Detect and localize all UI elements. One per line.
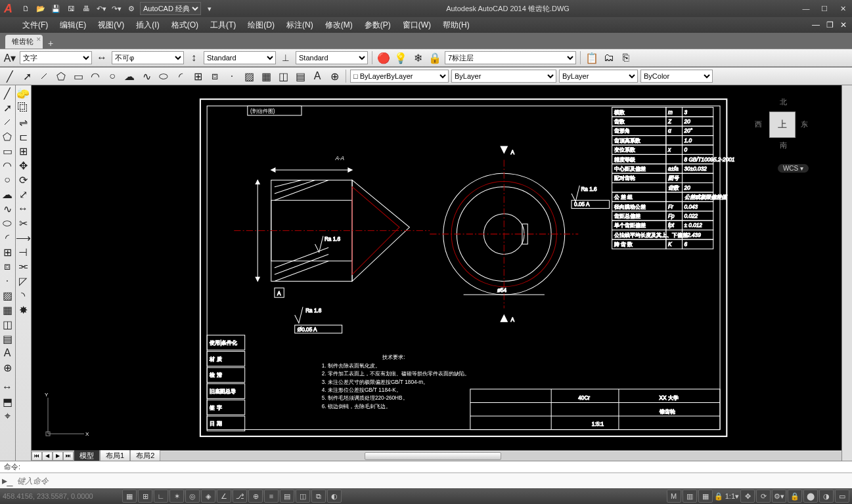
make-block-icon[interactable]: ⧈ xyxy=(208,69,222,83)
viewcube-top[interactable]: 上 xyxy=(769,112,796,138)
menu-dimension[interactable]: 标注(N) xyxy=(286,20,313,31)
grid-toggle-icon[interactable]: ⊞ xyxy=(138,490,152,503)
erase-icon[interactable]: 🧽 xyxy=(16,87,30,100)
quickview-layouts-icon[interactable]: ▥ xyxy=(683,490,697,503)
mirror-icon[interactable]: ⇌ xyxy=(16,116,30,129)
viewcube-east[interactable]: 东 xyxy=(801,119,808,129)
menu-file[interactable]: 文件(F) xyxy=(22,20,48,31)
layer-state-icon[interactable]: 🔴 xyxy=(376,51,391,65)
minimize-button[interactable]: — xyxy=(797,1,815,16)
pline-icon[interactable]: ⟋ xyxy=(37,69,51,83)
ws-switch-icon[interactable]: ⚙▾ xyxy=(772,490,786,503)
xline-icon[interactable]: ➚ xyxy=(20,69,34,83)
print-icon[interactable]: 🖶 xyxy=(79,2,93,15)
polar-toggle-icon[interactable]: ✶ xyxy=(169,490,184,503)
redo-icon[interactable]: ↷▾ xyxy=(110,2,123,15)
menu-draw[interactable]: 绘图(D) xyxy=(248,20,275,31)
viewcube[interactable]: 北 南 东 西 上 xyxy=(750,92,815,158)
dimstyle-icon[interactable]: ↔ xyxy=(95,51,109,65)
mdi-restore-icon[interactable]: ❐ xyxy=(824,20,836,30)
dimslash-select[interactable]: 不可φ xyxy=(112,51,184,64)
wcs-dropdown[interactable]: WCS ▾ xyxy=(778,164,809,173)
polygon-icon[interactable]: ⬠ xyxy=(54,69,68,83)
addsel-icon[interactable]: ⊕ xyxy=(327,69,342,83)
xline-tool-icon[interactable]: ➚ xyxy=(0,101,14,114)
tab-last-icon[interactable]: ⏭ xyxy=(63,452,74,461)
tab-prev-icon[interactable]: ◀ xyxy=(42,452,53,461)
dyn-toggle-icon[interactable]: ⊕ xyxy=(248,490,263,503)
menu-param[interactable]: 参数(P) xyxy=(365,20,391,31)
table-icon[interactable]: ▤ xyxy=(293,69,307,83)
gradient-icon[interactable]: ▦ xyxy=(259,69,273,83)
layer-lock-icon[interactable]: 🔒 xyxy=(428,51,442,65)
mdi-close-icon[interactable]: ✕ xyxy=(838,20,849,30)
arc-icon[interactable]: ◠ xyxy=(88,69,102,83)
textstyle-icon[interactable]: A▾ xyxy=(3,51,17,65)
file-tab-close-icon[interactable]: ✕ xyxy=(36,36,41,43)
viewcube-north[interactable]: 北 xyxy=(780,97,787,107)
clean-screen-icon[interactable]: ▭ xyxy=(835,490,849,503)
trim-icon[interactable]: ✂ xyxy=(16,217,30,230)
dist-tool-icon[interactable]: ↔ xyxy=(0,381,14,394)
am-toggle-icon[interactable]: ◐ xyxy=(327,490,342,503)
maximize-button[interactable]: ☐ xyxy=(815,1,834,16)
anno-vis-icon[interactable]: ✥ xyxy=(740,490,755,503)
layer-walk-icon[interactable]: ⎘ xyxy=(619,51,633,65)
new-icon[interactable]: 🗋 xyxy=(19,2,32,15)
area-tool-icon[interactable]: ⬒ xyxy=(0,395,14,408)
menu-window[interactable]: 窗口(W) xyxy=(403,20,431,31)
menu-insert[interactable]: 插入(I) xyxy=(136,20,159,31)
menu-view[interactable]: 视图(V) xyxy=(98,20,124,31)
layer-manager-icon[interactable]: 📋 xyxy=(585,51,599,65)
mdi-min-icon[interactable]: — xyxy=(809,20,822,30)
revcloud-icon[interactable]: ☁ xyxy=(122,69,137,83)
menu-tools[interactable]: 工具(T) xyxy=(210,20,236,31)
hardware-accel-icon[interactable]: ⬤ xyxy=(803,490,818,503)
hatch-tool-icon[interactable]: ▨ xyxy=(0,289,14,302)
viewport[interactable]: (剖信件图) A-A xyxy=(32,85,841,450)
arc-tool-icon[interactable]: ◠ xyxy=(0,159,14,172)
dim1-select[interactable]: Standard xyxy=(204,51,276,64)
array-icon[interactable]: ⊞ xyxy=(16,144,30,158)
anno-auto-icon[interactable]: ⟳ xyxy=(756,490,771,503)
ellipse-arc-icon[interactable]: ◜ xyxy=(173,69,188,83)
linetype-select[interactable]: ByLayer xyxy=(451,70,556,83)
ellipse-tool-icon[interactable]: ⬭ xyxy=(0,217,14,230)
rotate-icon[interactable]: ⟳ xyxy=(16,173,30,186)
circle-tool-icon[interactable]: ○ xyxy=(0,173,14,186)
dim1-icon[interactable]: ↕ xyxy=(187,51,201,65)
ellipse-icon[interactable]: ⬭ xyxy=(156,69,171,83)
extend-icon[interactable]: ⟶ xyxy=(16,231,30,244)
new-tab-button[interactable]: + xyxy=(44,38,57,49)
workspace-select[interactable]: AutoCAD 经典 xyxy=(140,2,201,15)
workspace-gear-icon[interactable]: ⚙ xyxy=(125,2,138,15)
qat-more-icon[interactable]: ▾ xyxy=(203,2,216,15)
stretch-icon[interactable]: ↔ xyxy=(16,202,30,215)
menu-help[interactable]: 帮助(H) xyxy=(443,20,470,31)
insert-block-icon[interactable]: ⊞ xyxy=(191,69,205,83)
cmdline-handle-icon[interactable]: ▸_ xyxy=(0,474,14,487)
close-button[interactable]: ✕ xyxy=(834,1,852,16)
scale-icon[interactable]: ⤢ xyxy=(16,188,30,201)
viewcube-west[interactable]: 西 xyxy=(755,119,762,129)
menu-modify[interactable]: 修改(M) xyxy=(325,20,353,31)
pline-tool-icon[interactable]: ⟋ xyxy=(0,116,14,129)
break-icon[interactable]: ⊣ xyxy=(16,245,30,259)
layer-freeze-icon[interactable]: ❄ xyxy=(411,51,425,65)
layer-light-icon[interactable]: 💡 xyxy=(393,51,408,65)
tpy-toggle-icon[interactable]: ▤ xyxy=(280,490,294,503)
open-icon[interactable]: 📂 xyxy=(34,2,47,15)
viewcube-south[interactable]: 南 xyxy=(780,140,787,150)
hscroll-thumb[interactable] xyxy=(365,452,501,460)
vscroll-track[interactable] xyxy=(841,85,852,461)
line-tool-icon[interactable]: ╱ xyxy=(0,87,14,100)
layer-iso-icon[interactable]: 🗂 xyxy=(602,51,616,65)
circle-icon[interactable]: ○ xyxy=(105,69,120,83)
offset-icon[interactable]: ⊏ xyxy=(16,130,30,143)
join-icon[interactable]: ⫘ xyxy=(16,260,30,273)
layer-select[interactable]: 7标注层 xyxy=(445,51,576,64)
dim2-icon[interactable]: ⟂ xyxy=(279,51,293,65)
dim2-select[interactable]: Standard xyxy=(296,51,368,64)
point-icon[interactable]: · xyxy=(225,69,239,83)
lineweight-select[interactable]: ByLayer xyxy=(559,70,638,83)
